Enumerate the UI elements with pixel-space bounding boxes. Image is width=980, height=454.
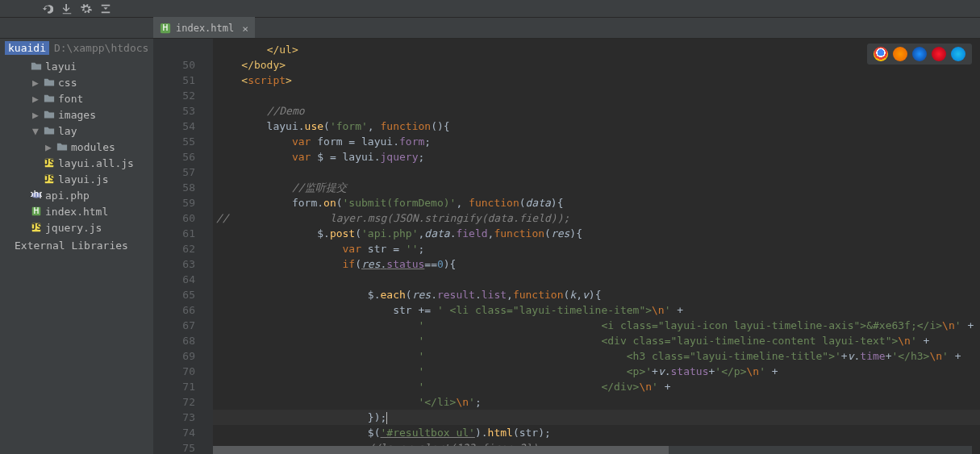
line-gutter: 5051525354555657585960616263646566676869… <box>153 39 202 454</box>
folder-icon <box>44 125 55 136</box>
code-line-56[interactable]: var $ = layui.jquery; <box>213 149 980 165</box>
svg-text:php: php <box>31 190 42 199</box>
tab-index-html[interactable]: H index.html × <box>153 17 255 38</box>
sync-icon[interactable] <box>40 2 55 16</box>
code-line-68[interactable]: ' <div class="layui-timeline-content lay… <box>213 333 980 348</box>
tree-arrow-icon: ▶ <box>32 93 40 105</box>
tree-item-label: jquery.js <box>45 222 102 234</box>
project-sidebar: kuaidi D:\xampp\htdocs layui▶css▶font▶im… <box>0 39 153 454</box>
tree-item-label: layui <box>45 60 77 73</box>
breadcrumb: kuaidi D:\xampp\htdocs <box>0 39 153 56</box>
code-line-73[interactable]: }); <box>213 410 980 425</box>
tree-item-label: layui.all.js <box>58 157 134 169</box>
tree-item-label: lay <box>58 125 77 137</box>
svg-text:JS: JS <box>44 173 55 184</box>
tree-arrow-icon: ▶ <box>32 77 40 89</box>
code-line-59[interactable]: form.on('submit(formDemo)', function(dat… <box>213 195 980 210</box>
tree-item-lay[interactable]: ▼lay <box>0 123 153 139</box>
code-line-58[interactable]: //监听提交 <box>213 180 980 195</box>
html-icon: H <box>31 206 42 217</box>
svg-text:H: H <box>163 23 169 33</box>
tree-item-label: modules <box>71 141 115 153</box>
breadcrumb-project[interactable]: kuaidi <box>5 41 49 55</box>
tree-item-label: css <box>58 77 77 89</box>
tree-item-css[interactable]: ▶css <box>0 74 153 90</box>
code-line-57[interactable] <box>213 165 980 180</box>
chrome-icon[interactable] <box>874 47 888 61</box>
external-libraries[interactable]: External Libraries <box>0 237 153 253</box>
php-icon: php <box>31 190 42 201</box>
code-line-53[interactable]: //Demo <box>213 103 980 119</box>
svg-text:JS: JS <box>31 222 42 232</box>
code-line-51[interactable]: <script> <box>213 73 980 88</box>
tree-arrow-icon: ▶ <box>32 109 40 121</box>
code-line-55[interactable]: var form = layui.form; <box>213 134 980 149</box>
code-line-60[interactable]: // layer.msg(JSON.stringify(data.field))… <box>213 210 980 226</box>
code-line-52[interactable] <box>213 88 980 103</box>
firefox-icon[interactable] <box>893 47 907 61</box>
ide-toolbar <box>0 0 980 18</box>
js-icon: JS <box>44 157 55 169</box>
code-line-72[interactable]: '</li>\n'; <box>213 394 980 410</box>
code-line-62[interactable]: var str = ''; <box>213 241 980 256</box>
tree-item-font[interactable]: ▶font <box>0 90 153 106</box>
code-line-69[interactable]: ' <h3 class="layui-timeline-title">'+v.t… <box>213 348 980 364</box>
collapse-icon[interactable] <box>98 2 113 16</box>
code-line-66[interactable]: str += ' <li class="layui-timeline-item"… <box>213 302 980 318</box>
tree-item-layui-js[interactable]: JSlayui.js <box>0 171 153 187</box>
tree-item-api-php[interactable]: phpapi.php <box>0 187 153 203</box>
editor-tabs: H index.html × <box>0 18 980 39</box>
tree-item-label: font <box>58 93 83 105</box>
tree-item-index-html[interactable]: Hindex.html <box>0 203 153 219</box>
fold-column <box>202 39 213 454</box>
tree-item-images[interactable]: ▶images <box>0 106 153 123</box>
js-icon: JS <box>31 222 42 233</box>
code-editor[interactable]: 5051525354555657585960616263646566676869… <box>153 39 980 454</box>
code-line-54[interactable]: layui.use('form', function(){ <box>213 119 980 134</box>
scrollbar-thumb[interactable] <box>213 446 669 454</box>
tree-item-layui[interactable]: layui <box>0 58 153 74</box>
folder-icon <box>44 77 55 88</box>
js-icon: JS <box>44 173 55 185</box>
code-line-67[interactable]: ' <i class="layui-icon layui-timeline-ax… <box>213 318 980 333</box>
html-file-icon: H <box>160 23 171 34</box>
code-line-63[interactable]: if(res.status==0){ <box>213 256 980 272</box>
tree-item-label: images <box>58 109 96 121</box>
project-tree: layui▶css▶font▶images▼lay▶modulesJSlayui… <box>0 56 153 237</box>
folder-icon <box>31 60 42 72</box>
code-line-61[interactable]: $.post('api.php',data.field,function(res… <box>213 226 980 241</box>
tree-item-label: layui.js <box>58 173 109 185</box>
folder-icon <box>44 109 55 120</box>
code-line-65[interactable]: $.each(res.result.list,function(k,v){ <box>213 287 980 302</box>
download-icon[interactable] <box>60 2 74 16</box>
tree-arrow-icon: ▶ <box>45 141 53 153</box>
svg-text:JS: JS <box>44 157 55 168</box>
tree-item-layui-all-js[interactable]: JSlayui.all.js <box>0 155 153 171</box>
settings-icon[interactable] <box>79 2 94 16</box>
ie-icon[interactable] <box>951 47 965 61</box>
tree-item-jquery-js[interactable]: JSjquery.js <box>0 219 153 235</box>
folder-icon <box>44 93 55 104</box>
browser-preview-icons <box>867 44 972 65</box>
code-line-74[interactable]: $('#resultbox ul').html(str); <box>213 425 980 440</box>
code-line-64[interactable] <box>213 272 980 287</box>
external-libraries-label: External Libraries <box>15 239 128 252</box>
code-line-70[interactable]: ' <p>'+v.status+'</p>\n' + <box>213 364 980 379</box>
code-line-71[interactable]: ' </div>\n' + <box>213 379 980 394</box>
tree-item-modules[interactable]: ▶modules <box>0 139 153 155</box>
close-icon[interactable]: × <box>242 23 248 35</box>
horizontal-scrollbar[interactable] <box>213 446 972 454</box>
folder-icon <box>56 141 68 152</box>
tab-label: index.html <box>176 23 234 34</box>
code-line-50[interactable]: </body> <box>213 57 980 73</box>
svg-text:H: H <box>34 206 40 216</box>
tree-item-label: api.php <box>45 190 90 202</box>
breadcrumb-path: D:\xampp\htdocs <box>54 42 148 54</box>
safari-icon[interactable] <box>912 47 927 61</box>
code-area[interactable]: </ul> </body> <script> //Demo layui.use(… <box>213 39 980 454</box>
tree-item-label: index.html <box>45 206 108 218</box>
tree-arrow-icon: ▼ <box>32 125 40 137</box>
opera-icon[interactable] <box>932 47 946 61</box>
